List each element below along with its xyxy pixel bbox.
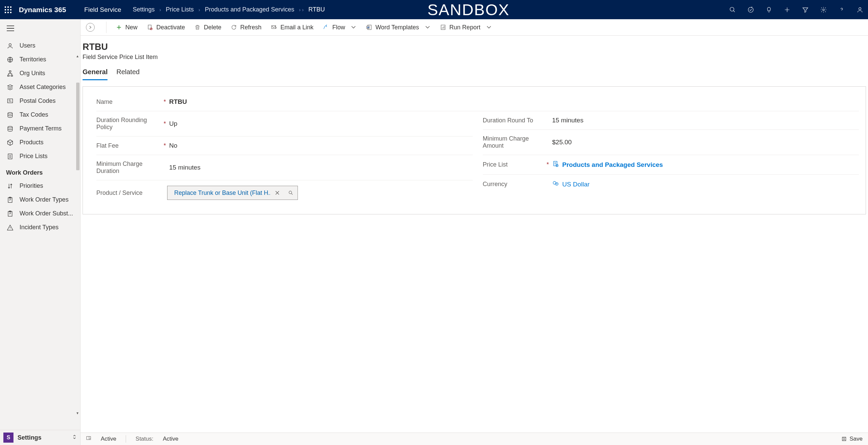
scroll-down-icon[interactable]: ▼ <box>75 411 80 415</box>
breadcrumb-item[interactable]: Settings <box>133 6 155 13</box>
field-flat-fee[interactable]: Flat Fee * No <box>96 137 473 155</box>
sidebar-item-label: Incident Types <box>20 224 59 231</box>
chevron-down-icon <box>350 24 356 31</box>
field-duration-round-to[interactable]: Duration Round To 15 minutes <box>483 111 859 130</box>
field-min-charge-amount[interactable]: Minimum Charge Amount $25.00 <box>483 130 859 155</box>
svg-rect-28 <box>87 436 91 439</box>
sidebar-item-products[interactable]: Products <box>0 136 80 149</box>
svg-rect-24 <box>554 161 557 166</box>
deactivate-button[interactable]: Deactivate <box>147 24 185 31</box>
run-report-button[interactable]: Run Report <box>440 24 492 31</box>
chevron-right-icon: › <box>198 7 200 12</box>
app-name[interactable]: Field Service <box>84 6 121 13</box>
sidebar-item-postalcodes[interactable]: Postal Codes <box>0 94 80 108</box>
scroll-up-icon[interactable]: ▲ <box>75 54 80 58</box>
search-icon[interactable] <box>729 6 736 13</box>
sidebar-item-users[interactable]: Users <box>0 39 80 53</box>
svg-rect-17 <box>148 25 151 29</box>
value-drt: 15 minutes <box>550 117 859 124</box>
open-pane-icon[interactable] <box>86 436 91 443</box>
field-name[interactable]: Name * RTBU <box>96 93 859 111</box>
value-mca: $25.00 <box>550 139 859 146</box>
delete-label: Delete <box>204 24 221 31</box>
breadcrumb-item[interactable]: Price Lists <box>166 6 194 13</box>
sidebar-item-taxcodes[interactable]: Tax Codes <box>0 108 80 122</box>
field-product-service[interactable]: Product / Service Replace Trunk or Base … <box>96 180 473 205</box>
sidebar-item-label: Work Order Types <box>20 196 68 203</box>
product-service-lookup[interactable]: Replace Trunk or Base Unit (Flat H... <box>167 186 298 200</box>
area-switcher[interactable]: S Settings <box>0 430 80 445</box>
area-name: Settings <box>18 434 68 441</box>
sidebar-item-orgunits[interactable]: Org Units <box>0 66 80 80</box>
brand-label: Dynamics 365 <box>19 6 66 14</box>
field-currency[interactable]: Currency US Dollar <box>483 175 859 194</box>
sidebar-item-label: Price Lists <box>20 153 48 160</box>
sidebar-item-incidenttypes[interactable]: Incident Types <box>0 220 80 234</box>
chevron-down-icon <box>425 24 431 31</box>
app-launcher-icon[interactable] <box>5 6 11 13</box>
sidebar-group-workorders: Work Orders <box>0 163 80 179</box>
main: New Deactivate Delete Refresh Email a Li… <box>81 19 868 445</box>
value-drp: Up <box>167 120 473 127</box>
report-label: Run Report <box>450 24 480 31</box>
scrollbar-thumb[interactable] <box>76 83 80 170</box>
new-button[interactable]: New <box>116 24 137 31</box>
sidebar: ▲ Users Territories Org Units Asset Cate… <box>0 19 81 445</box>
sidebar-item-workordertypes[interactable]: Work Order Types <box>0 193 80 207</box>
svg-rect-19 <box>272 26 276 29</box>
global-header: Dynamics 365 Field Service Settings › Pr… <box>0 0 868 19</box>
command-bar: New Deactivate Delete Refresh Email a Li… <box>81 19 868 36</box>
lightbulb-icon[interactable] <box>766 6 772 13</box>
breadcrumb: Settings › Price Lists › Products and Pa… <box>133 6 325 13</box>
value-currency[interactable]: US Dollar <box>550 180 859 188</box>
sidebar-item-priorities[interactable]: Priorities <box>0 179 80 193</box>
label-pricelist: Price List <box>483 161 544 168</box>
sidebar-nav-2: Priorities Work Order Types Work Order S… <box>0 179 80 234</box>
svg-point-3 <box>859 7 861 10</box>
required-icon: * <box>162 120 167 127</box>
go-back-icon[interactable] <box>86 23 95 32</box>
status-state: Active <box>101 436 116 442</box>
sidebar-item-territories[interactable]: Territories <box>0 53 80 66</box>
refresh-button[interactable]: Refresh <box>231 24 261 31</box>
currency-icon <box>552 180 559 188</box>
search-icon[interactable] <box>284 186 298 200</box>
plus-icon[interactable] <box>784 6 790 13</box>
field-min-charge-duration[interactable]: Minimum Charge Duration 15 minutes <box>96 155 473 180</box>
field-price-list[interactable]: Price List * Products and Packaged Servi… <box>483 155 859 175</box>
label-flatfee: Flat Fee <box>96 142 160 149</box>
email-link-button[interactable]: Email a Link <box>271 24 313 31</box>
status-bar: Active Status: Active Save <box>81 433 868 445</box>
clear-icon[interactable] <box>271 186 284 200</box>
gear-icon[interactable] <box>820 6 827 13</box>
svg-rect-6 <box>9 70 11 72</box>
sidebar-item-pricelists[interactable]: Price Lists <box>0 149 80 163</box>
filter-icon[interactable] <box>802 6 809 13</box>
task-check-icon[interactable] <box>747 6 754 13</box>
person-icon[interactable] <box>857 6 863 13</box>
word-templates-button[interactable]: Word Templates <box>366 24 430 31</box>
flow-button[interactable]: Flow <box>323 24 356 31</box>
svg-point-0 <box>730 7 734 11</box>
sidebar-item-assetcategories[interactable]: Asset Categories <box>0 80 80 94</box>
breadcrumb-item[interactable]: Products and Packaged Services <box>205 6 294 13</box>
chevron-down-icon <box>486 24 492 31</box>
sidebar-item-label: Priorities <box>20 182 43 189</box>
hamburger-icon[interactable] <box>0 19 80 39</box>
tab-general[interactable]: General <box>83 68 107 80</box>
lookup-chip[interactable]: Replace Trunk or Base Unit (Flat H... <box>167 189 271 197</box>
brand[interactable]: Dynamics 365 <box>19 6 70 14</box>
sidebar-item-workordersubst[interactable]: Work Order Subst... <box>0 207 80 220</box>
delete-button[interactable]: Delete <box>194 24 221 31</box>
sandbox-watermark: SANDBOX <box>427 0 509 19</box>
value-pricelist[interactable]: Products and Packaged Services <box>550 160 859 169</box>
chevron-right-icon: › <box>159 7 161 12</box>
field-duration-rounding-policy[interactable]: Duration Rounding Policy * Up <box>96 111 473 137</box>
sidebar-item-paymentterms[interactable]: Payment Terms <box>0 122 80 136</box>
save-button[interactable]: Save <box>841 436 863 442</box>
tab-related[interactable]: Related <box>116 68 140 80</box>
form-tabs: General Related <box>81 68 868 80</box>
help-icon[interactable] <box>838 6 845 13</box>
sidebar-item-label: Payment Terms <box>20 125 62 132</box>
form-card: Name * RTBU Duration Rounding Policy * U… <box>83 86 866 214</box>
